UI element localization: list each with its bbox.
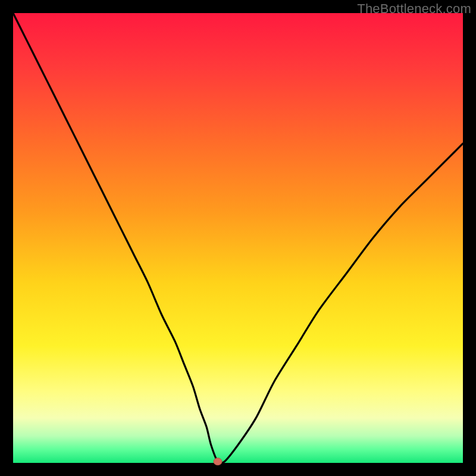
chart-frame: TheBottleneck.com bbox=[0, 0, 476, 476]
minimum-marker bbox=[214, 458, 222, 465]
plot-area bbox=[13, 13, 463, 463]
bottleneck-curve bbox=[13, 13, 463, 464]
watermark-text: TheBottleneck.com bbox=[357, 1, 471, 17]
curve-svg bbox=[13, 13, 463, 463]
